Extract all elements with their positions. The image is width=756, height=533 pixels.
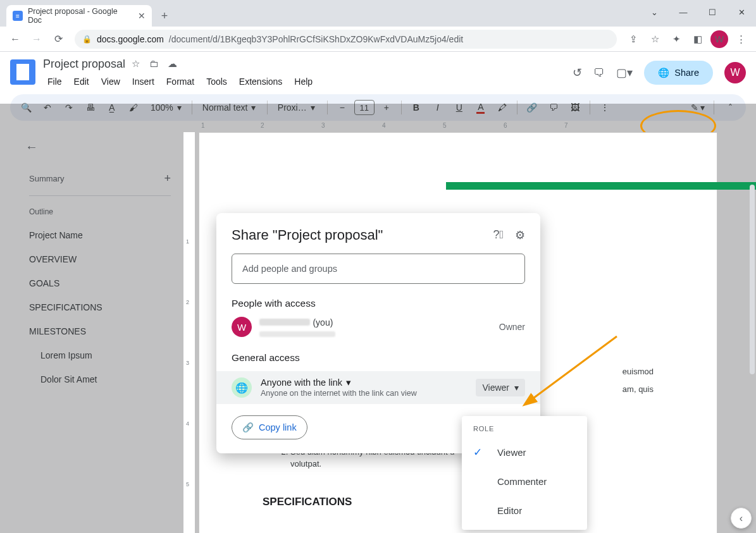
role-dropdown: ROLE ✓ Viewer Commenter Editor	[462, 416, 587, 530]
share-page-icon[interactable]: ⇪	[624, 30, 642, 48]
menu-bar: File Edit View Insert Format Tools Exten…	[43, 74, 565, 89]
close-window-button[interactable]: ✕	[727, 8, 756, 17]
url-path: /document/d/1BKgeqb3Y3PohlRrGCfSiKShDxZO…	[169, 34, 463, 44]
role-select[interactable]: Viewer ▾	[476, 379, 525, 396]
docs-app: Project proposal ☆ 🗀 ☁ File Edit View In…	[0, 52, 756, 533]
menu-edit[interactable]: Edit	[70, 74, 94, 89]
person-avatar: W	[232, 317, 252, 337]
decorative-bar	[446, 182, 756, 190]
docs-favicon: ≡	[13, 11, 23, 21]
input-placeholder: Add people and groups	[242, 264, 337, 274]
cloud-status-icon[interactable]: ☁	[168, 58, 177, 69]
star-icon[interactable]: ☆	[132, 58, 140, 69]
browser-profile-avatar[interactable]: W	[710, 30, 728, 48]
menu-insert[interactable]: Insert	[128, 74, 159, 89]
vertical-ruler[interactable]: 1 2 3 4 5	[183, 132, 195, 533]
you-suffix: (you)	[313, 317, 333, 328]
meet-icon[interactable]: ▢▾	[616, 66, 633, 80]
heading-specs: SPECIFICATIONS	[263, 496, 654, 508]
extensions-icon[interactable]: ✦	[667, 30, 685, 48]
general-access-row: 🌐 Anyone with the link▾ Anyone on the in…	[216, 371, 540, 404]
horizontal-ruler[interactable]: 1 2 3 4 5 6 7	[190, 121, 746, 132]
maximize-button[interactable]: ☐	[698, 8, 727, 17]
url-host: docs.google.com	[97, 34, 164, 44]
access-scope-select[interactable]: Anyone with the link▾	[261, 377, 417, 388]
url-bar[interactable]: 🔒 docs.google.com/document/d/1BKgeqb3Y3P…	[75, 30, 617, 49]
browser-tab-strip: ≡ Project proposal - Google Doc ✕ + ⌄ — …	[0, 0, 756, 27]
general-access-label: General access	[232, 352, 525, 364]
menu-file[interactable]: File	[43, 74, 66, 89]
browser-tab[interactable]: ≡ Project proposal - Google Doc ✕	[6, 5, 152, 27]
check-icon: ✓	[473, 446, 486, 459]
menu-format[interactable]: Format	[162, 74, 199, 89]
new-tab-button[interactable]: +	[156, 7, 173, 25]
document-title[interactable]: Project proposal	[43, 58, 125, 71]
tab-close-icon[interactable]: ✕	[138, 11, 146, 21]
docs-logo-icon[interactable]	[10, 59, 35, 85]
sidepanel-icon[interactable]: ◧	[689, 30, 707, 48]
owner-label: Owner	[499, 322, 525, 332]
history-icon[interactable]: ↺	[573, 66, 582, 80]
settings-icon[interactable]: ⚙	[515, 228, 525, 242]
person-row: W (you) Owner	[232, 317, 525, 337]
role-option-viewer[interactable]: ✓ Viewer	[462, 438, 587, 467]
dialog-title: Share "Project proposal"	[232, 227, 383, 243]
share-button[interactable]: 🌐 Share	[644, 61, 713, 85]
menu-tools[interactable]: Tools	[202, 74, 232, 89]
access-scope-desc: Anyone on the internet with the link can…	[261, 389, 417, 398]
globe-icon: 🌐	[658, 68, 669, 78]
lock-icon: 🔒	[82, 35, 92, 44]
caret-down-icon: ▾	[514, 383, 519, 393]
browser-menu-icon[interactable]: ⋮	[732, 30, 750, 48]
back-button[interactable]: ←	[6, 30, 24, 48]
vertical-scrollbar[interactable]	[750, 185, 755, 374]
bookmark-icon[interactable]: ☆	[646, 30, 664, 48]
role-option-commenter[interactable]: Commenter	[462, 467, 587, 496]
address-bar-row: ← → ⟳ 🔒 docs.google.com/document/d/1BKge…	[0, 27, 756, 52]
people-with-access-label: People with access	[232, 298, 525, 309]
copy-link-button[interactable]: 🔗 Copy link	[232, 415, 307, 439]
forward-button: →	[28, 30, 46, 48]
move-icon[interactable]: 🗀	[149, 58, 159, 69]
chrome-chevron-icon[interactable]: ⌄	[640, 8, 669, 17]
comments-icon[interactable]: 🗨	[593, 66, 605, 80]
role-caption: ROLE	[462, 424, 587, 438]
person-email-redacted	[259, 331, 335, 337]
add-people-input[interactable]: Add people and groups	[232, 254, 525, 284]
account-avatar[interactable]: W	[724, 62, 746, 83]
window-controls: ⌄ — ☐ ✕	[640, 0, 756, 24]
person-name-redacted	[259, 319, 310, 326]
minimize-button[interactable]: —	[669, 8, 698, 17]
reload-button[interactable]: ⟳	[49, 30, 67, 48]
tab-title: Project proposal - Google Doc	[28, 7, 133, 25]
share-label: Share	[674, 68, 699, 78]
help-icon[interactable]: ?⃝	[493, 228, 504, 242]
globe-icon: 🌐	[232, 377, 252, 398]
explore-fab[interactable]: ‹	[731, 508, 752, 529]
menu-help[interactable]: Help	[290, 74, 317, 89]
caret-down-icon: ▾	[346, 377, 351, 388]
menu-extensions[interactable]: Extensions	[235, 74, 287, 89]
role-option-editor[interactable]: Editor	[462, 496, 587, 525]
link-icon: 🔗	[242, 422, 254, 433]
menu-view[interactable]: View	[97, 74, 125, 89]
